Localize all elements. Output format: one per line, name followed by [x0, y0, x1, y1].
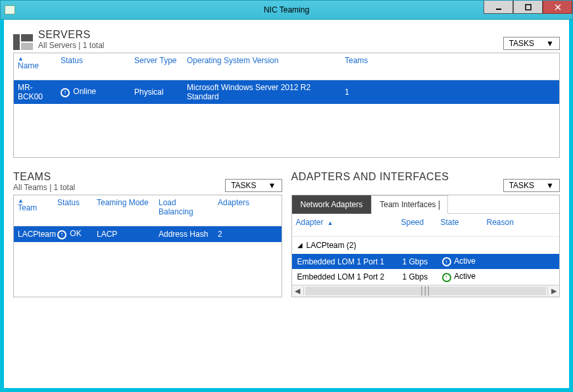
close-button[interactable]: [543, 1, 572, 14]
scroll-right-button[interactable]: ▶: [547, 287, 559, 295]
col-reason[interactable]: Reason: [487, 218, 556, 227]
adapter-state-text: Active: [454, 272, 476, 281]
col-team[interactable]: Team: [18, 203, 37, 212]
teams-panel: TEAMS All Teams | 1 total TASKS ▼ ▲Team …: [13, 171, 282, 297]
app-icon: [5, 5, 15, 14]
col-lb[interactable]: Load Balancing: [159, 198, 218, 216]
col-mode[interactable]: Teaming Mode: [97, 198, 159, 216]
adapter-speed: 1 Gbps: [403, 257, 442, 266]
adapters-header: ADAPTERS AND INTERFACES TASKS ▼: [291, 171, 561, 192]
tasks-label: TASKS: [509, 181, 534, 190]
chevron-down-icon: ▼: [268, 181, 276, 190]
servers-title: SERVERS: [38, 29, 105, 41]
server-os: Microsoft Windows Server 2012 R2 Standar…: [187, 83, 345, 101]
horizontal-scrollbar[interactable]: ◀ ||| ▶: [292, 285, 560, 297]
window-titlebar: NIC Teaming: [0, 0, 573, 20]
adapters-grid[interactable]: Network Adapters Team Interfaces Adapter…: [291, 195, 561, 297]
col-os[interactable]: Operating System Version: [187, 56, 345, 70]
col-teams[interactable]: Teams: [345, 56, 384, 70]
col-status[interactable]: Status: [61, 56, 134, 70]
server-status: Online: [61, 87, 134, 97]
adapters-tasks-button[interactable]: TASKS ▼: [503, 179, 560, 192]
servers-tasks-button[interactable]: TASKS ▼: [503, 37, 560, 50]
status-active-icon: [442, 273, 451, 282]
adapters-title: ADAPTERS AND INTERFACES: [291, 171, 449, 183]
expand-collapse-icon[interactable]: ◢: [297, 241, 303, 249]
maximize-button[interactable]: [513, 1, 543, 14]
tab-team-interfaces-label: Team Interfaces: [380, 200, 436, 209]
col-adapter[interactable]: Adapter: [296, 218, 324, 227]
servers-grid[interactable]: ▲Name Status Server Type Operating Syste…: [13, 53, 560, 158]
teams-grid[interactable]: ▲Team Status Teaming Mode Load Balancing…: [13, 195, 282, 297]
adapter-group-row[interactable]: ◢ LACPteam (2): [292, 237, 560, 254]
servers-columns: ▲Name Status Server Type Operating Syste…: [14, 53, 559, 80]
scroll-track[interactable]: |||: [304, 285, 548, 297]
text-cursor: [439, 201, 439, 210]
teams-columns: ▲Team Status Teaming Mode Load Balancing…: [14, 195, 282, 226]
adapters-panel: ADAPTERS AND INTERFACES TASKS ▼ Network …: [291, 171, 561, 297]
team-name: LACPteam: [18, 230, 57, 239]
teams-header: TEAMS All Teams | 1 total TASKS ▼: [13, 171, 282, 192]
server-type: Physical: [134, 87, 187, 97]
adapter-state: Active: [442, 272, 488, 282]
col-name[interactable]: Name: [18, 61, 39, 70]
adapter-state-text: Active: [454, 257, 476, 266]
adapter-group-label: LACPteam (2): [307, 241, 357, 250]
server-status-text: Online: [73, 87, 96, 96]
server-teams: 1: [345, 87, 384, 97]
adapters-columns: Adapter▲ Speed State Reason: [292, 214, 560, 237]
sort-asc-icon: ▲: [18, 198, 52, 203]
adapters-tabs: Network Adapters Team Interfaces: [292, 195, 560, 214]
teams-tasks-button[interactable]: TASKS ▼: [225, 179, 282, 192]
adapter-row[interactable]: Embedded LOM 1 Port 2 1 Gbps Active: [292, 269, 560, 285]
col-type[interactable]: Server Type: [134, 56, 187, 70]
col-adapters[interactable]: Adapters: [218, 198, 257, 216]
col-state[interactable]: State: [441, 218, 487, 227]
tab-team-interfaces[interactable]: Team Interfaces: [371, 195, 447, 214]
team-adapters: 2: [218, 230, 257, 239]
scroll-thumb[interactable]: |||: [305, 287, 547, 295]
servers-icon: [13, 34, 33, 50]
teams-subtitle: All Teams | 1 total: [13, 183, 75, 192]
minimize-button[interactable]: [484, 1, 513, 14]
scroll-left-button[interactable]: ◀: [292, 287, 304, 295]
svg-rect-1: [526, 5, 531, 10]
client-area: SERVERS All Servers | 1 total TASKS ▼ ▲N…: [4, 20, 569, 388]
status-online-icon: [61, 88, 70, 97]
server-name: MR-BCK00: [18, 83, 61, 101]
sort-asc-icon: ▲: [328, 220, 334, 226]
adapter-name: Embedded LOM 1 Port 2: [297, 272, 403, 282]
team-mode: LACP: [97, 230, 159, 239]
col-status[interactable]: Status: [57, 198, 97, 216]
window-controls: [484, 1, 572, 19]
chevron-down-icon: ▼: [546, 181, 554, 190]
team-status: OK: [57, 229, 97, 239]
team-status-text: OK: [70, 229, 81, 238]
team-row[interactable]: LACPteam OK LACP Address Hash 2: [14, 226, 282, 242]
adapter-name: Embedded LOM 1 Port 1: [297, 257, 403, 266]
sort-asc-icon: ▲: [18, 56, 55, 61]
tab-network-adapters[interactable]: Network Adapters: [292, 195, 372, 214]
status-active-icon: [442, 257, 451, 266]
server-row[interactable]: MR-BCK00 Online Physical Microsoft Windo…: [14, 80, 559, 104]
adapter-state: Active: [442, 257, 488, 267]
teams-title: TEAMS: [13, 171, 75, 183]
servers-subtitle: All Servers | 1 total: [38, 41, 105, 50]
chevron-down-icon: ▼: [546, 39, 554, 48]
status-ok-icon: [57, 230, 66, 239]
adapter-speed: 1 Gbps: [403, 272, 442, 282]
tasks-label: TASKS: [231, 181, 256, 190]
team-lb: Address Hash: [159, 230, 218, 239]
servers-header: SERVERS All Servers | 1 total TASKS ▼: [13, 29, 560, 50]
adapter-row[interactable]: Embedded LOM 1 Port 1 1 Gbps Active: [292, 254, 560, 270]
col-speed[interactable]: Speed: [401, 218, 441, 227]
tasks-label: TASKS: [509, 39, 534, 48]
